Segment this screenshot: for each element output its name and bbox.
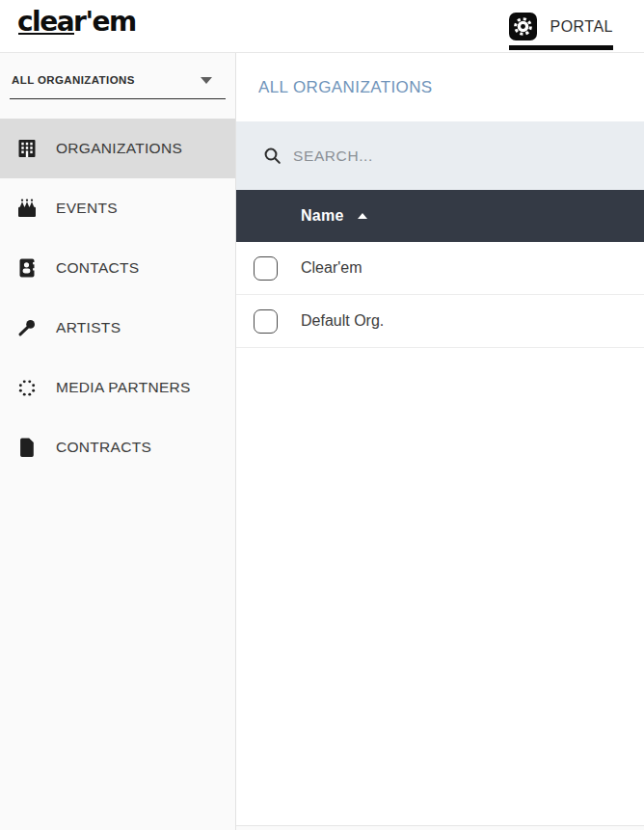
- sidebar-item-label: CONTRACTS: [56, 439, 151, 456]
- sidebar-item-contracts[interactable]: CONTRACTS: [0, 417, 235, 477]
- title-bar: ALL ORGANIZATIONS: [236, 53, 644, 121]
- gear-icon: [509, 13, 537, 40]
- organization-selector[interactable]: ALL ORGANIZATIONS: [10, 74, 226, 99]
- portal-tab[interactable]: PORTAL: [509, 13, 613, 50]
- content-area: ALL ORGANIZATIONS: [0, 53, 644, 830]
- column-header-name[interactable]: Name: [301, 207, 344, 225]
- table-row[interactable]: Clear'em: [236, 242, 644, 295]
- dotted-circle-icon: [15, 376, 39, 399]
- app-logo[interactable]: clear'em: [17, 6, 136, 38]
- org-name: Clear'em: [301, 259, 362, 277]
- empty-area: [236, 348, 644, 825]
- sidebar-nav: ORGANIZATIONS EVENTS: [0, 119, 235, 477]
- search-icon: [262, 146, 282, 166]
- bottom-strip: [236, 825, 644, 830]
- org-name: Default Org.: [301, 312, 384, 330]
- sidebar-item-label: EVENTS: [56, 200, 118, 217]
- sidebar-item-artists[interactable]: ARTISTS: [0, 298, 235, 358]
- sidebar: ALL ORGANIZATIONS: [0, 53, 236, 830]
- page-title: ALL ORGANIZATIONS: [258, 78, 433, 97]
- sort-asc-icon: [358, 213, 367, 219]
- sidebar-item-contacts[interactable]: CONTACTS: [0, 238, 235, 298]
- contact-book-icon: [15, 256, 39, 280]
- sidebar-item-label: CONTACTS: [56, 259, 140, 277]
- sidebar-item-media-partners[interactable]: MEDIA PARTNERS: [0, 358, 235, 417]
- sidebar-item-label: ORGANIZATIONS: [56, 140, 182, 157]
- table-row[interactable]: Default Org.: [236, 295, 644, 348]
- table-header-row: Name: [236, 190, 644, 242]
- microphone-icon: [15, 316, 39, 339]
- row-checkbox[interactable]: [254, 256, 278, 281]
- sidebar-item-organizations[interactable]: ORGANIZATIONS: [0, 119, 235, 178]
- row-checkbox[interactable]: [254, 309, 278, 334]
- chevron-down-icon: [201, 77, 212, 84]
- sidebar-item-label: MEDIA PARTNERS: [56, 379, 191, 396]
- document-icon: [15, 436, 39, 459]
- sidebar-item-label: ARTISTS: [56, 319, 121, 336]
- building-icon: [15, 137, 39, 160]
- sidebar-item-events[interactable]: EVENTS: [0, 178, 235, 238]
- search-input[interactable]: [293, 147, 602, 165]
- festival-icon: [15, 197, 39, 220]
- portal-tab-label: PORTAL: [550, 18, 613, 36]
- organization-selector-value: ALL ORGANIZATIONS: [12, 74, 135, 86]
- top-header: clear'em PORTAL: [0, 0, 644, 53]
- main-panel: ALL ORGANIZATIONS Name Clear'em Default …: [236, 53, 644, 830]
- search-bar: [236, 121, 644, 190]
